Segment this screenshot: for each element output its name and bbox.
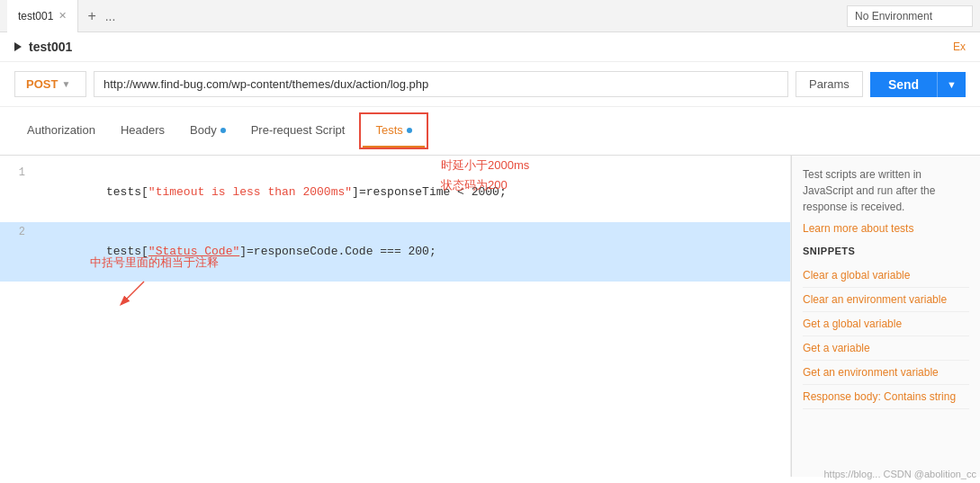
- watermark: https://blog... CSDN @abolition_cc: [823, 469, 976, 477]
- snippet-get-global[interactable]: Get a global variable: [803, 312, 969, 336]
- line-content-2: tests["Status Code"]=responseCode.Code =…: [32, 222, 440, 282]
- snippet-response-body[interactable]: Response body: Contains string: [803, 385, 969, 409]
- add-tab-button[interactable]: +: [78, 8, 104, 24]
- snippet-clear-global[interactable]: Clear a global variable: [803, 264, 969, 288]
- line-content-1: tests["timeout is less than 2000ms"]=res…: [32, 163, 510, 222]
- tab-authorization[interactable]: Authorization: [14, 114, 108, 148]
- example-label[interactable]: Ex: [953, 40, 966, 53]
- params-button[interactable]: Params: [796, 71, 863, 97]
- tab-close-icon[interactable]: ✕: [58, 10, 67, 22]
- main-area: 1 tests["timeout is less than 2000ms"]=r…: [0, 156, 980, 477]
- tests-dot-indicator: [407, 128, 412, 133]
- tab-bar: test001 ✕ + ... No Environment: [0, 0, 980, 32]
- request-name-row: test001 Ex: [0, 32, 980, 62]
- snippets-list: Clear a global variable Clear an environ…: [803, 264, 969, 409]
- tab-pre-request-script[interactable]: Pre-request Script: [238, 114, 358, 148]
- editor-panel: 1 tests["timeout is less than 2000ms"]=r…: [0, 156, 791, 477]
- snippet-clear-env[interactable]: Clear an environment variable: [803, 288, 969, 312]
- line-number-2: 2: [0, 222, 32, 242]
- sidebar-description: Test scripts are written in JavaScript a…: [803, 166, 969, 215]
- tab-tests[interactable]: Tests: [363, 114, 424, 148]
- environment-dropdown[interactable]: No Environment: [847, 5, 973, 27]
- method-chevron-icon: ▼: [61, 79, 70, 89]
- tab-headers[interactable]: Headers: [108, 114, 177, 148]
- code-line-2: 2 tests["Status Code"]=responseCode.Code…: [0, 222, 790, 282]
- env-selector: No Environment: [847, 5, 973, 27]
- send-button-group: Send ▼: [870, 72, 966, 97]
- expand-icon[interactable]: [14, 42, 22, 51]
- code-line-1: 1 tests["timeout is less than 2000ms"]=r…: [0, 163, 790, 222]
- request-tab[interactable]: test001 ✕: [7, 0, 78, 32]
- tab-more-button[interactable]: ...: [105, 9, 116, 23]
- tab-body[interactable]: Body: [177, 114, 238, 148]
- method-button[interactable]: POST ▼: [14, 71, 86, 97]
- snippet-get-variable[interactable]: Get a variable: [803, 336, 969, 361]
- body-dot-indicator: [220, 128, 226, 133]
- learn-more-link[interactable]: Learn more about tests: [803, 222, 969, 235]
- tab-label: test001: [18, 10, 53, 22]
- code-editor[interactable]: 1 tests["timeout is less than 2000ms"]=r…: [0, 156, 791, 477]
- method-label: POST: [26, 77, 58, 91]
- snippets-title: SNIPPETS: [803, 246, 969, 256]
- send-button[interactable]: Send: [870, 72, 937, 97]
- sub-tabs: Authorization Headers Body Pre-request S…: [0, 107, 980, 156]
- url-input[interactable]: [94, 71, 788, 97]
- right-sidebar: Test scripts are written in JavaScript a…: [791, 156, 980, 477]
- url-bar: POST ▼ Params Send ▼: [0, 62, 980, 107]
- send-dropdown-button[interactable]: ▼: [937, 72, 966, 97]
- request-name: test001: [29, 40, 72, 54]
- line-number-1: 1: [0, 163, 32, 183]
- tests-tab-wrapper: Tests: [359, 112, 427, 149]
- snippet-get-env[interactable]: Get an environment variable: [803, 361, 969, 385]
